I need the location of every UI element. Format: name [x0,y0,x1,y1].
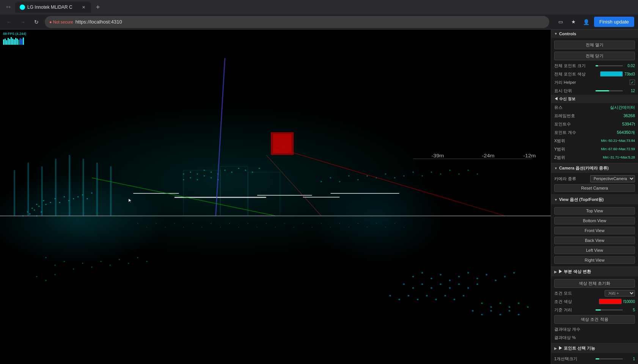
svg-point-163 [339,223,340,224]
display-unit-slider[interactable]: 12 [596,89,635,93]
tab-close-btn[interactable]: ✕ [80,4,86,10]
back-btn[interactable]: •• [3,2,14,13]
svg-point-154 [256,227,257,228]
controls-title: Controls [559,31,576,36]
point-color-swatch[interactable] [600,71,623,77]
condition-mode-select[interactable]: 거리 ÷ [605,290,635,297]
svg-point-76 [366,175,368,176]
svg-point-122 [509,306,511,308]
svg-point-78 [385,173,387,174]
back-view-btn[interactable]: Back View [554,237,635,244]
svg-point-150 [220,227,221,228]
svg-point-43 [137,257,138,258]
left-view-btn[interactable]: Left View [554,246,635,254]
svg-point-74 [348,175,350,176]
svg-point-123 [518,303,520,304]
tab-title: LG Innotek MLiDAR C [27,5,78,10]
view-title: View 옵션 (Top/Font등) [559,197,604,202]
open-all-btn[interactable]: 전체 열기 [554,41,635,49]
svg-point-116 [444,295,446,297]
point-size-slider[interactable]: 0.02 [596,64,635,68]
bookmark-btn[interactable]: ★ [568,17,579,27]
receive-info-header[interactable]: ◀ 수신 정보 [551,95,638,103]
color-change-header[interactable]: ▶ ▶ 부분 색상 변환 [551,267,638,276]
svg-line-135 [275,147,505,216]
front-view-btn[interactable]: Front View [554,227,635,234]
svg-point-108 [467,287,469,289]
svg-point-79 [394,177,396,178]
camera-header[interactable]: ▼ Camera 옵션(카메라 종류) [551,163,638,173]
frame-no-label: 프레임번호 [554,113,611,119]
svg-rect-25 [55,159,57,216]
svg-point-127 [490,310,492,312]
svg-point-12 [77,196,79,197]
apply-color-btn[interactable]: 색상 조건 적용 [554,315,635,324]
right-view-btn[interactable]: Right View [554,256,635,264]
reset-camera-btn[interactable]: Reset Camera [554,184,635,192]
point-select-body: 1개선택크기 1 영역선택크기 1 포인트 찾기 [551,353,638,364]
svg-point-31 [54,265,56,266]
svg-point-14 [86,198,88,199]
svg-point-50 [196,173,198,174]
svg-point-39 [100,261,102,262]
svg-point-146 [183,227,184,228]
finish-update-button[interactable]: Finish update [594,17,634,27]
svg-point-165 [358,223,358,224]
controls-header[interactable]: ▼ Controls [551,30,638,38]
svg-point-124 [527,306,529,308]
distance-helper-row: 거리 Helper ✓ [551,78,638,86]
bottom-view-btn[interactable]: Bottom View [554,217,635,224]
svg-point-149 [211,223,211,224]
distance-helper-checkbox[interactable]: ✓ [630,80,635,85]
address-bar[interactable]: ● Not secure https://localhost:4310 [45,16,549,28]
close-all-btn[interactable]: 전체 닫기 [554,52,635,60]
svg-point-49 [190,171,191,173]
svg-point-147 [192,223,193,224]
3d-viewport[interactable]: -12m -24m -39m [0,30,551,364]
tab-bar: •• LG Innotek MLiDAR C ✕ + [0,0,638,14]
base-distance-slider[interactable]: 5 [596,308,635,312]
svg-point-54 [224,169,226,171]
total-points-label: 포인트 개수 [554,130,611,135]
close-all-row: 전체 닫기 [551,50,638,61]
camera-type-row: 카메라 종류 PerspectiveCamera [551,174,638,183]
svg-point-111 [398,299,400,300]
svg-point-72 [330,177,331,178]
controls-body: 전체 열기 전체 닫기 전체 포인트 크기 0.02 전체 포인트 색상 [551,38,638,163]
svg-point-120 [490,306,492,308]
cast-btn[interactable]: ▭ [555,17,566,27]
camera-section: ▼ Camera 옵션(카메라 종류) 카메라 종류 PerspectiveCa… [551,163,638,195]
point-select-header[interactable]: ▶ ▶ 포인트 선택 기능 [551,344,638,353]
top-view-btn[interactable]: Top View [554,207,635,215]
svg-point-93 [449,279,451,281]
view-header[interactable]: ▼ View 옵션 (Top/Font등) [551,195,638,204]
condition-color-label: 조건 색상 [554,299,597,304]
svg-point-58 [252,171,253,173]
svg-point-164 [348,227,349,228]
svg-point-88 [477,173,478,174]
svg-rect-132 [273,134,291,153]
scene-svg: -12m -24m -39m [0,30,551,364]
camera-type-select[interactable]: PerspectiveCamera [590,175,635,182]
controls-section: ▼ Controls 전체 열기 전체 닫기 전체 포인트 크기 0.02 [551,30,638,163]
reload-button[interactable]: ↻ [31,17,42,27]
back-button[interactable]: ← [4,17,14,27]
svg-point-168 [385,227,386,228]
forward-button[interactable]: → [17,17,28,27]
result-percent-label: 결과대상 % [554,335,611,340]
svg-point-151 [229,223,230,224]
active-tab[interactable]: LG Innotek MLiDAR C ✕ [15,2,91,13]
condition-color-swatch[interactable] [599,299,622,304]
point-color-row: 전체 포인트 색상 73bd3 [551,70,638,78]
svg-point-51 [204,169,205,171]
svg-point-83 [431,171,432,173]
point-select-arrow: ▶ [554,347,557,350]
svg-point-63 [204,175,205,176]
area-select-slider[interactable]: 1 [596,357,635,361]
profile-btn[interactable]: 👤 [581,17,592,27]
new-tab-btn[interactable]: + [93,2,103,13]
svg-point-1 [36,204,38,205]
color-reset-btn[interactable]: 색상 전체 초기화 [554,279,635,288]
camera-title: Camera 옵션(카메라 종류) [559,165,609,171]
svg-point-126 [481,314,483,315]
